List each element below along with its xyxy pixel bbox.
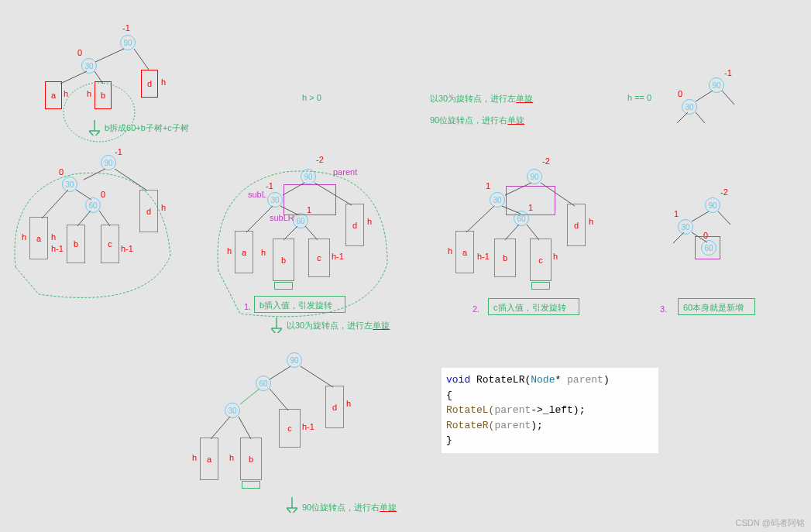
svg-line-21 — [505, 183, 531, 195]
tree1-edges — [23, 23, 209, 163]
code-pr-3b: parent — [494, 404, 531, 416]
svg-line-27 — [692, 211, 709, 221]
svg-line-0 — [95, 49, 124, 62]
code-type-node: Node — [531, 374, 555, 386]
tree5-rot-text: 90位旋转点，进行右单旋 — [302, 502, 397, 513]
svg-line-33 — [240, 389, 259, 404]
tree4-note-text: c插入值，引发旋转 — [493, 302, 566, 314]
tree5-edges — [178, 348, 380, 527]
code-txt-4c: ); — [531, 420, 543, 431]
header-hg0: h > 0 — [302, 93, 321, 102]
code-txt-1f: ) — [603, 374, 610, 386]
svg-line-25 — [505, 225, 519, 240]
svg-line-35 — [211, 417, 230, 439]
code-txt-1d: * — [555, 374, 567, 386]
svg-line-19 — [284, 226, 297, 240]
svg-line-29 — [673, 232, 684, 243]
svg-line-9 — [77, 211, 91, 226]
svg-line-3 — [95, 71, 103, 84]
svg-line-22 — [541, 183, 575, 206]
treeh0-edges — [662, 192, 755, 269]
svg-line-12 — [722, 91, 734, 105]
svg-line-26 — [527, 225, 539, 240]
svg-line-14 — [696, 112, 705, 123]
svg-line-34 — [270, 389, 288, 410]
svg-line-16 — [314, 183, 352, 205]
code-kw-void: void — [446, 374, 470, 386]
tree3-num1: 1. — [244, 302, 251, 311]
watermark: CSDN @码者阿铭 — [736, 517, 805, 529]
tree5-arrow-down — [287, 497, 297, 513]
svg-line-24 — [502, 206, 521, 214]
tree2-edges — [8, 147, 209, 317]
tree1-note: b拆成60+b子树+c子树 — [105, 122, 189, 134]
svg-line-23 — [466, 206, 494, 232]
svg-line-5 — [84, 169, 105, 180]
svg-line-20 — [305, 226, 318, 240]
svg-line-18 — [280, 206, 299, 215]
tree4-edges — [442, 161, 620, 316]
tree1-arrow-down — [89, 120, 100, 136]
treeh0-num3: 3. — [660, 304, 667, 314]
code-txt-3c: ->_left); — [531, 404, 585, 416]
svg-line-30 — [692, 232, 707, 242]
tree3-note-text: b插入值，引发旋转 — [259, 300, 332, 311]
svg-line-36 — [239, 417, 251, 439]
treeh0-note-text: 60本身就是新增 — [683, 302, 744, 314]
svg-line-7 — [42, 190, 68, 218]
svg-line-11 — [696, 91, 713, 101]
code-pr-4b: parent — [494, 420, 531, 431]
svg-line-6 — [115, 169, 147, 190]
code-fn-rotl: RotateL( — [446, 404, 494, 416]
code-param-parent: parent — [567, 374, 603, 386]
simple-edges — [666, 74, 759, 136]
svg-line-2 — [60, 71, 87, 84]
svg-line-1 — [134, 49, 149, 70]
code-line-2: { — [446, 388, 654, 403]
svg-line-15 — [283, 183, 304, 195]
code-fn-rotr: RotateR( — [446, 420, 494, 431]
svg-line-10 — [99, 211, 110, 226]
header-rot30l: 以30为旋转点，进行左单旋 — [430, 93, 533, 105]
svg-line-17 — [246, 206, 273, 232]
code-block: void RotateLR(Node* parent) { RotateL(pa… — [442, 368, 658, 453]
tree3-arrow-down — [271, 317, 282, 333]
tree3-rot-text: 以30为旋转点，进行左单旋 — [287, 320, 390, 331]
header-rot90r: 90位旋转点，进行右单旋 — [430, 115, 524, 126]
code-line-5: } — [446, 433, 654, 448]
tree4-num2: 2. — [473, 304, 479, 314]
svg-line-28 — [718, 211, 730, 225]
header-he0: h == 0 — [627, 93, 651, 102]
code-txt-1b: RotateLR( — [470, 374, 531, 386]
svg-line-13 — [677, 112, 688, 123]
svg-line-8 — [76, 190, 91, 200]
svg-line-31 — [270, 366, 290, 379]
svg-line-32 — [301, 366, 333, 387]
